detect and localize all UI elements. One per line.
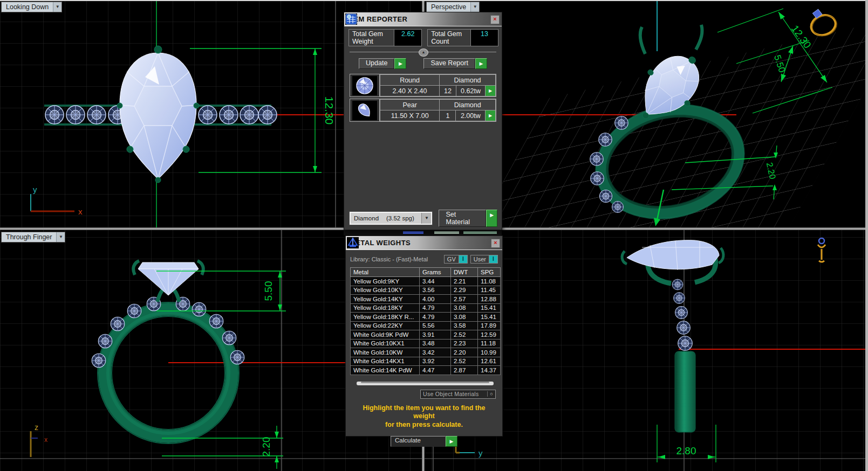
y-axis-label: y <box>479 448 483 458</box>
instruction-line-1: Highlight the item you want to find the … <box>352 404 496 421</box>
gv-label: GV <box>445 255 459 263</box>
window-edge-top <box>0 0 868 1</box>
play-arrow-icon[interactable]: ▶ <box>486 210 497 227</box>
gem-shape: Pear <box>380 100 440 110</box>
use-object-materials-label: Use Object Materials <box>421 391 487 397</box>
gem-reporter-titlebar[interactable]: GEM REPORTER × <box>344 12 502 26</box>
metal-weights-window[interactable]: METAL WEIGHTS × Library: Classic - (Fast… <box>345 236 503 437</box>
table-row[interactable]: White Gold:14KX13.922.5212.61 <box>351 357 501 366</box>
viewport-title-text: Perspective <box>427 2 470 12</box>
total-gem-weight-label: Total Gem Weight <box>349 30 394 46</box>
dropdown-arrow-icon[interactable]: ▼ <box>421 213 431 224</box>
column-header-spg[interactable]: SPG <box>478 268 501 277</box>
round-gem-thumbnail <box>350 74 380 96</box>
table-row[interactable]: White Gold:9K PdW3.912.5212.59 <box>351 330 501 340</box>
table-row[interactable]: White Gold:10KX13.482.2311.18 <box>351 339 501 348</box>
gem-reporter-icon <box>345 13 357 25</box>
total-gem-count-label: Total Gem Count <box>428 30 470 46</box>
table-row[interactable]: Yellow Gold:10KY3.562.2911.45 <box>351 286 501 295</box>
gem-count: 12 <box>440 86 456 96</box>
gv-toggle[interactable]: GV I <box>444 255 468 264</box>
gem-list-item-pear[interactable]: Pear Diamond 11.50 X 7.00 1 2.00tw ▶ <box>350 99 496 122</box>
table-row[interactable]: Yellow Gold:18KY4.793.0815.41 <box>351 303 501 313</box>
dimension-label: 12.30 <box>323 96 336 125</box>
dimension-label: 5.50 <box>263 281 274 301</box>
table-row[interactable]: Yellow Gold:9KY3.442.2111.08 <box>351 277 501 286</box>
gem-material: Diamond <box>440 100 496 110</box>
metal-weights-icon <box>347 237 359 248</box>
instruction-text: Highlight the item you want to find the … <box>352 404 496 430</box>
table-row[interactable]: Yellow Gold:22KY5.563.5817.89 <box>351 321 501 330</box>
gem-count: 1 <box>440 110 456 121</box>
set-material-button[interactable]: Set Material ▶ <box>439 210 497 227</box>
calculate-button-label: Calculate <box>391 436 446 447</box>
metal-weights-table: Metal Grams DWT SPG Yellow Gold:9KY3.442… <box>350 267 501 375</box>
gem-list-item-round[interactable]: Round Diamond 2.40 X 2.40 12 0.62tw ▶ <box>350 74 496 97</box>
update-button-label: Update <box>359 58 394 69</box>
table-row[interactable]: White Gold:10KW3.422.2010.99 <box>351 348 501 357</box>
table-row[interactable]: White Gold:14K PdW4.472.8714.37 <box>351 366 501 375</box>
viewport-title-dropdown-looking-down[interactable]: Looking Down ▼ <box>1 2 62 12</box>
collapse-toggle-icon[interactable]: ▲ <box>419 49 428 57</box>
save-report-button-label: Save Report <box>423 58 475 69</box>
column-header-dwt[interactable]: DWT <box>451 268 478 277</box>
application-window: 12.30 y x <box>0 0 868 471</box>
gem-select-arrow-button[interactable]: ▶ <box>486 110 496 121</box>
prong <box>640 27 645 54</box>
gem-select-arrow-button[interactable]: ▶ <box>486 86 496 96</box>
material-dropdown-value: Diamond <box>354 215 379 221</box>
column-header-grams[interactable]: Grams <box>420 268 451 277</box>
viewport-title-text: Through Finger <box>2 232 56 242</box>
y-axis-label: y <box>33 185 37 194</box>
horizontal-scrollbar[interactable] <box>357 382 494 385</box>
use-object-materials-toggle[interactable]: Use Object Materials ○ <box>420 390 496 399</box>
scrollbar-thumb[interactable] <box>361 382 489 383</box>
table-header-row: Metal Grams DWT SPG <box>351 268 501 277</box>
instruction-line-2: for then press calculate. <box>352 421 496 430</box>
gem-size: 11.50 X 7.00 <box>380 110 440 121</box>
metal-weights-titlebar[interactable]: METAL WEIGHTS × <box>346 236 502 250</box>
gap-blue-segment <box>403 231 423 234</box>
user-toggle[interactable]: User I <box>470 255 498 264</box>
gem-totals-row: Total Gem Weight 2.62 Total Gem Count 13 <box>344 26 502 48</box>
gem-size: 2.40 X 2.40 <box>380 86 440 96</box>
chevron-down-icon[interactable]: ▼ <box>53 2 61 12</box>
play-arrow-icon[interactable]: ▶ <box>446 436 457 447</box>
play-arrow-icon[interactable]: ▶ <box>394 58 406 69</box>
dimension-label: 2.80 <box>676 445 696 456</box>
collapse-divider: ▲ <box>350 49 496 56</box>
z-axis-label: z <box>35 423 38 432</box>
chevron-down-icon[interactable]: ▼ <box>56 232 65 242</box>
viewport-title-dropdown-through-finger[interactable]: Through Finger ▼ <box>1 232 65 243</box>
total-gem-count-value: 13 <box>470 30 498 46</box>
x-axis-label: x <box>44 436 47 444</box>
gap-green-segment <box>463 231 497 234</box>
total-gem-weight-value: 2.62 <box>394 30 421 46</box>
gem-shape: Round <box>380 75 440 86</box>
radio-circle-icon[interactable]: ○ <box>487 391 495 397</box>
library-label: Library: Classic - (Fast)-Metal <box>350 256 428 262</box>
play-arrow-icon[interactable]: ▶ <box>475 58 487 69</box>
pear-gem-thumbnail <box>350 99 380 121</box>
save-report-button[interactable]: Save Report ▶ <box>423 58 487 69</box>
calculate-button[interactable]: Calculate ▶ <box>391 436 457 447</box>
viewport-title-text: Looking Down <box>2 2 53 12</box>
table-row[interactable]: Yellow Gold:14KY4.002.5712.88 <box>351 295 501 304</box>
close-icon[interactable]: × <box>491 239 500 248</box>
set-material-label: Set Material <box>439 210 486 227</box>
gv-indicator[interactable]: I <box>459 255 467 263</box>
chevron-down-icon[interactable]: ▼ <box>470 2 479 12</box>
material-dropdown[interactable]: Diamond (3.52 spg) ▼ <box>350 212 432 225</box>
viewport-title-dropdown-perspective[interactable]: Perspective ▼ <box>426 2 480 12</box>
column-header-metal[interactable]: Metal <box>351 268 420 277</box>
close-icon[interactable]: × <box>490 15 500 24</box>
gem-weight: 0.62tw <box>456 86 486 96</box>
gap-light-segment <box>434 231 459 234</box>
update-button[interactable]: Update ▶ <box>359 58 406 69</box>
table-row[interactable]: Yellow Gold:18KY R...4.793.0815.41 <box>351 313 501 322</box>
prong <box>696 25 702 50</box>
gem-reporter-window[interactable]: GEM REPORTER × Total Gem Weight 2.62 Tot… <box>344 12 502 230</box>
user-label: User <box>471 255 489 263</box>
user-indicator[interactable]: I <box>489 255 497 263</box>
ring-shank-side <box>675 351 695 432</box>
